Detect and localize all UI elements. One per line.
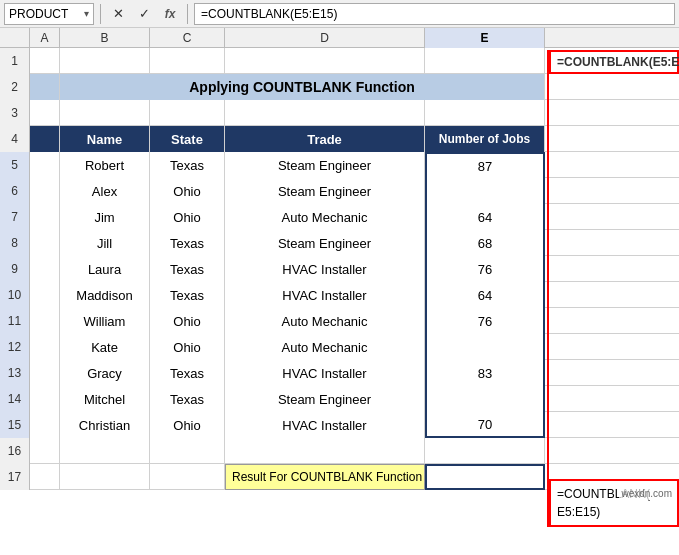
cell-b12[interactable]: Kate	[60, 334, 150, 360]
cell-result-label[interactable]: Result For COUNTBLANK Function	[225, 464, 425, 490]
cell-d9[interactable]: HVAC Installer	[225, 256, 425, 282]
cell-d6[interactable]: Steam Engineer	[225, 178, 425, 204]
cell-a17[interactable]	[30, 464, 60, 490]
cell-e5[interactable]: 87	[425, 152, 545, 178]
cell-a13[interactable]	[30, 360, 60, 386]
confirm-button[interactable]: ✓	[133, 3, 155, 25]
cell-c12[interactable]: Ohio	[150, 334, 225, 360]
cell-d7[interactable]: Auto Mechanic	[225, 204, 425, 230]
cell-a7[interactable]	[30, 204, 60, 230]
cell-d5[interactable]: Steam Engineer	[225, 152, 425, 178]
cell-a6[interactable]	[30, 178, 60, 204]
col-header-d[interactable]: D	[225, 28, 425, 48]
row-num-16: 16	[0, 438, 30, 464]
cell-c4[interactable]: State	[150, 126, 225, 152]
cell-b10[interactable]: Maddison	[60, 282, 150, 308]
cell-b11[interactable]: William	[60, 308, 150, 334]
cell-e1[interactable]	[425, 48, 545, 74]
cell-c5[interactable]: Texas	[150, 152, 225, 178]
cell-a14[interactable]	[30, 386, 60, 412]
cell-e15[interactable]: 70	[425, 412, 545, 438]
cell-b8[interactable]: Jill	[60, 230, 150, 256]
cell-d1[interactable]	[225, 48, 425, 74]
cancel-button[interactable]: ✕	[107, 3, 129, 25]
cell-c14[interactable]: Texas	[150, 386, 225, 412]
cell-b9[interactable]: Laura	[60, 256, 150, 282]
cell-c16[interactable]	[150, 438, 225, 464]
cell-a1[interactable]	[30, 48, 60, 74]
cell-d10[interactable]: HVAC Installer	[225, 282, 425, 308]
cell-d15[interactable]: HVAC Installer	[225, 412, 425, 438]
cell-e8[interactable]: 68	[425, 230, 545, 256]
row-16: 16	[0, 438, 679, 464]
cell-e12[interactable]	[425, 334, 545, 360]
cell-d3[interactable]	[225, 100, 425, 126]
cell-a5[interactable]	[30, 152, 60, 178]
cell-b5[interactable]: Robert	[60, 152, 150, 178]
cell-a4[interactable]	[30, 126, 60, 152]
cell-b3[interactable]	[60, 100, 150, 126]
watermark: wexdn.com	[619, 487, 674, 500]
cell-title[interactable]: Applying COUNTBLANK Function	[60, 74, 545, 100]
cell-a8[interactable]	[30, 230, 60, 256]
cell-b13[interactable]: Gracy	[60, 360, 150, 386]
cell-a3[interactable]	[30, 100, 60, 126]
cell-a12[interactable]	[30, 334, 60, 360]
cell-c11[interactable]: Ohio	[150, 308, 225, 334]
cell-d13[interactable]: HVAC Installer	[225, 360, 425, 386]
cell-c3[interactable]	[150, 100, 225, 126]
formula-bar[interactable]: =COUNTBLANK(E5:E15)	[194, 3, 675, 25]
cell-d14[interactable]: Steam Engineer	[225, 386, 425, 412]
cell-a10[interactable]	[30, 282, 60, 308]
cell-b6[interactable]: Alex	[60, 178, 150, 204]
cell-c15[interactable]: Ohio	[150, 412, 225, 438]
cell-b1[interactable]	[60, 48, 150, 74]
cell-e11[interactable]: 76	[425, 308, 545, 334]
formula-icon-button[interactable]: fx	[159, 3, 181, 25]
cell-d16[interactable]	[225, 438, 425, 464]
cell-a2[interactable]	[30, 74, 60, 100]
cell-b7[interactable]: Jim	[60, 204, 150, 230]
cell-c7[interactable]: Ohio	[150, 204, 225, 230]
name-box[interactable]: PRODUCT ▾	[4, 3, 94, 25]
cell-c6[interactable]: Ohio	[150, 178, 225, 204]
cell-a9[interactable]	[30, 256, 60, 282]
row-7: 7 Jim Ohio Auto Mechanic 64	[0, 204, 679, 230]
col-header-e[interactable]: E	[425, 28, 545, 48]
cell-e16[interactable]	[425, 438, 545, 464]
cell-e3[interactable]	[425, 100, 545, 126]
cell-d8[interactable]: Steam Engineer	[225, 230, 425, 256]
cell-e10[interactable]: 64	[425, 282, 545, 308]
cell-e4[interactable]: Number of Jobs	[425, 126, 545, 152]
cell-a16[interactable]	[30, 438, 60, 464]
cell-c17[interactable]	[150, 464, 225, 490]
row-15: 15 Christian Ohio HVAC Installer 70	[0, 412, 679, 438]
cell-d4[interactable]: Trade	[225, 126, 425, 152]
cell-b17[interactable]	[60, 464, 150, 490]
cell-a11[interactable]	[30, 308, 60, 334]
cell-c13[interactable]: Texas	[150, 360, 225, 386]
cell-b4[interactable]: Name	[60, 126, 150, 152]
cell-d12[interactable]: Auto Mechanic	[225, 334, 425, 360]
cell-c8[interactable]: Texas	[150, 230, 225, 256]
cell-c10[interactable]: Texas	[150, 282, 225, 308]
cell-d11[interactable]: Auto Mechanic	[225, 308, 425, 334]
cell-e14[interactable]	[425, 386, 545, 412]
cell-b14[interactable]: Mitchel	[60, 386, 150, 412]
cell-c1[interactable]	[150, 48, 225, 74]
cell-e7[interactable]: 64	[425, 204, 545, 230]
cell-e6[interactable]	[425, 178, 545, 204]
col-header-c[interactable]: C	[150, 28, 225, 48]
cell-e17[interactable]	[425, 464, 545, 490]
cell-c9[interactable]: Texas	[150, 256, 225, 282]
cell-b15[interactable]: Christian	[60, 412, 150, 438]
cell-e13[interactable]: 83	[425, 360, 545, 386]
cell-b16[interactable]	[60, 438, 150, 464]
cell-a15[interactable]	[30, 412, 60, 438]
col-headers-row: A B C D E	[0, 28, 679, 48]
col-header-a[interactable]: A	[30, 28, 60, 48]
row-num-14: 14	[0, 386, 30, 412]
name-box-arrow: ▾	[84, 8, 89, 19]
cell-e9[interactable]: 76	[425, 256, 545, 282]
col-header-b[interactable]: B	[60, 28, 150, 48]
